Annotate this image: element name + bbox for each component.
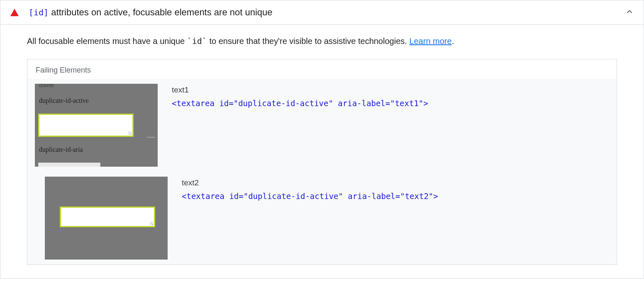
thumb-cut-text: dlitem bbox=[39, 84, 54, 87]
partial-box-icon bbox=[38, 163, 100, 167]
resize-handle-icon bbox=[150, 222, 153, 225]
desc-post: to ensure that they're visible to assist… bbox=[207, 36, 409, 46]
audit-item: [id] attributes on active, focusable ele… bbox=[0, 0, 644, 279]
item-details: text2 <textarea id="duplicate-id-active"… bbox=[182, 177, 609, 201]
element-code: <textarea id="duplicate-id-active" aria-… bbox=[172, 99, 609, 108]
failing-item[interactable]: dlitem duplicate-id-active duplicate-id-… bbox=[27, 79, 617, 172]
element-thumbnail: dlitem duplicate-id-active duplicate-id-… bbox=[35, 84, 158, 167]
desc-period: . bbox=[452, 36, 454, 46]
divider-icon bbox=[147, 137, 155, 138]
audit-description: All focusable elements must have a uniqu… bbox=[27, 35, 617, 47]
highlighted-element-icon bbox=[60, 206, 155, 227]
learn-more-link[interactable]: Learn more bbox=[409, 36, 451, 46]
audit-body: All focusable elements must have a uniqu… bbox=[0, 25, 644, 278]
failing-item[interactable]: text2 <textarea id="duplicate-id-active"… bbox=[27, 172, 617, 265]
thumb-label: duplicate-id-aria bbox=[39, 146, 83, 153]
audit-header[interactable]: [id] attributes on active, focusable ele… bbox=[0, 0, 644, 25]
highlighted-element-icon bbox=[38, 114, 134, 137]
element-label: text2 bbox=[182, 178, 609, 187]
thumb-label: duplicate-id-active bbox=[39, 97, 89, 104]
panel-title: Failing Elements bbox=[27, 59, 617, 79]
item-details: text1 <textarea id="duplicate-id-active"… bbox=[172, 84, 609, 108]
audit-title-code: [id] bbox=[29, 7, 49, 17]
desc-code: `id` bbox=[187, 36, 207, 46]
element-thumbnail bbox=[45, 177, 168, 260]
failing-elements-panel: Failing Elements dlitem duplicate-id-act… bbox=[27, 59, 617, 265]
element-label: text1 bbox=[172, 85, 609, 95]
resize-handle-icon bbox=[128, 131, 132, 135]
chevron-up-icon[interactable] bbox=[625, 7, 634, 18]
desc-pre: All focusable elements must have a uniqu… bbox=[27, 36, 187, 46]
error-triangle-icon bbox=[10, 9, 19, 16]
element-code: <textarea id="duplicate-id-active" aria-… bbox=[182, 192, 609, 201]
audit-title: [id] attributes on active, focusable ele… bbox=[29, 7, 625, 18]
panel-body: dlitem duplicate-id-active duplicate-id-… bbox=[27, 79, 617, 265]
audit-title-text: attributes on active, focusable elements… bbox=[49, 7, 272, 17]
